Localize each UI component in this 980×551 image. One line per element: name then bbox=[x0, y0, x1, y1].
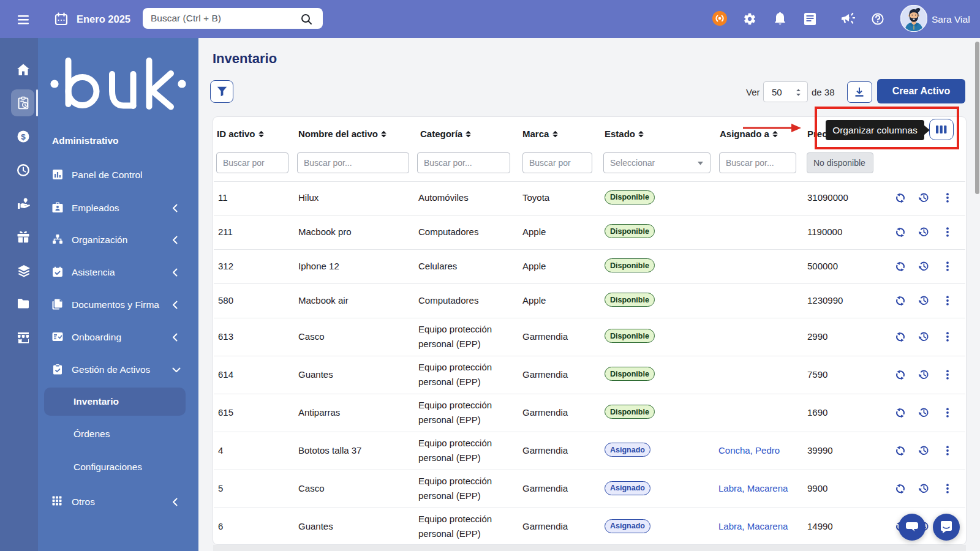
svg-text:$: $ bbox=[21, 132, 26, 141]
